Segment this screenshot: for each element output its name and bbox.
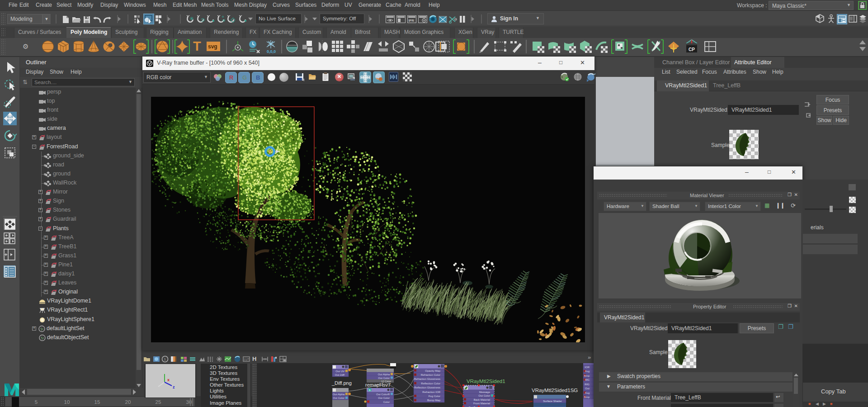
svg-text:IPR: IPR (409, 19, 415, 23)
svg-text:Out Alpha: Out Alpha (378, 373, 390, 376)
svg-text:Out Color: Out Color (378, 397, 390, 399)
svg-text:VRayMtl2Sided1SG: VRayMtl2Sided1SG (532, 388, 578, 393)
svg-text:Reflection Glossiness: Reflection Glossiness (414, 386, 440, 389)
svg-text:RfG: RfG (585, 383, 590, 386)
svg-text:z: z (173, 385, 175, 389)
svg-text:1: 1 (164, 357, 166, 361)
svg-text:0,0,0: 0,0,0 (267, 49, 276, 54)
svg-text:RfC: RfC (585, 379, 590, 381)
svg-text:remapHsv7: remapHsv7 (365, 382, 391, 388)
svg-text:Bmp: Bmp (584, 396, 590, 398)
svg-text:CP: CP (689, 47, 695, 52)
svg-text:Out Color: Out Color (333, 397, 344, 399)
svg-text:Out ColorR: Out ColorR (376, 393, 390, 396)
svg-text:Out: Out (585, 387, 590, 390)
svg-text:Refraction IOR: Refraction IOR (422, 391, 440, 393)
svg-text:_Diff.png: _Diff.png (331, 380, 352, 386)
svg-text:Color: Color (383, 401, 390, 403)
svg-text:VRayMtl2Sided1: VRayMtl2Sided1 (467, 379, 505, 384)
svg-text:svg: svg (208, 43, 217, 50)
svg-text:LUT: LUT (244, 358, 250, 361)
svg-text:Out Alpha: Out Alpha (333, 393, 345, 396)
svg-text:Message: Message (479, 391, 491, 393)
svg-text:Surface Shader: Surface Shader (543, 400, 562, 402)
svg-text:Bump Map: Bump Map (427, 399, 441, 402)
svg-text:Fog: Fog (585, 370, 590, 373)
svg-text:Refraction Color: Refraction Color (421, 374, 440, 376)
svg-text:Front Material: Front Material (473, 402, 490, 405)
svg-text:Back Material: Back Material (474, 398, 490, 401)
svg-text:Opacity Map: Opacity Map (425, 369, 440, 372)
svg-text:Fog Color: Fog Color (429, 395, 440, 398)
svg-text:IOR: IOR (585, 366, 590, 369)
svg-text:Reflection Color: Reflection Color (421, 382, 440, 385)
svg-text:x: x (167, 378, 170, 382)
svg-text:Fog: Fog (585, 392, 590, 394)
svg-text:Refraction Glossiness: Refraction Glossiness (414, 378, 440, 380)
svg-text:Out Color: Out Color (378, 377, 390, 379)
svg-text:Bmp: Bmp (584, 374, 590, 377)
svg-text:Out Color: Out Color (478, 394, 490, 397)
svg-text:Out 2dff: Out 2dff (335, 374, 345, 376)
svg-text:S: S (369, 389, 371, 392)
svg-text:Out UV: Out UV (335, 370, 344, 373)
